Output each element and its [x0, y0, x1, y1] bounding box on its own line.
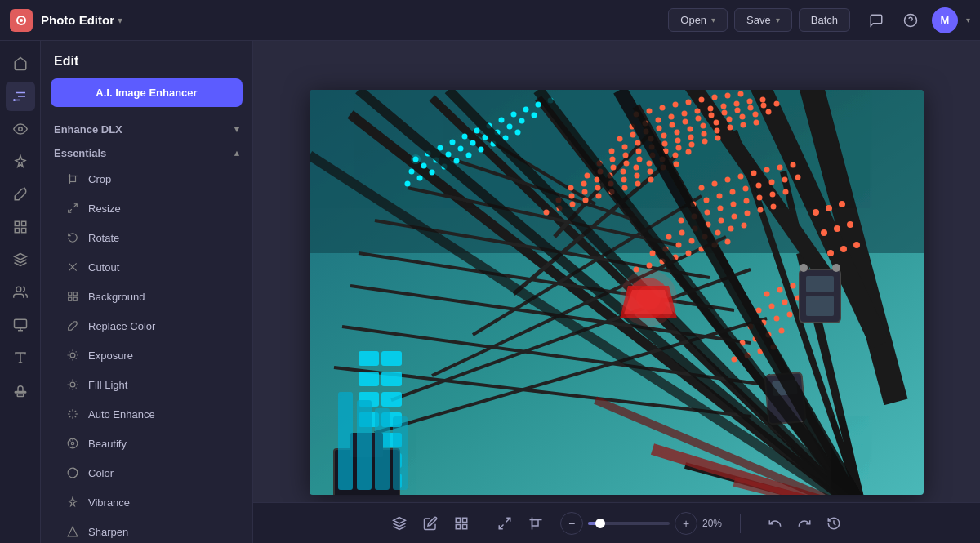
beautify-icon [65, 436, 80, 451]
svg-rect-27 [69, 292, 72, 296]
svg-point-169 [761, 102, 767, 108]
open-button[interactable]: Open ▾ [668, 8, 728, 32]
svg-line-56 [74, 411, 76, 412]
grid-toolbar-icon[interactable] [448, 510, 474, 536]
menu-item-color[interactable]: Color [46, 458, 247, 487]
svg-point-230 [570, 201, 576, 207]
crop-view-icon[interactable] [523, 510, 549, 536]
svg-point-114 [523, 106, 529, 112]
svg-point-187 [636, 148, 642, 154]
svg-point-120 [446, 151, 452, 157]
svg-point-166 [722, 109, 728, 115]
svg-point-324 [832, 264, 840, 272]
svg-point-158 [617, 136, 623, 141]
avatar[interactable]: M [932, 7, 958, 33]
ai-image-enhancer-button[interactable]: A.I. Image Enhancer [51, 78, 243, 107]
history-button[interactable] [821, 510, 847, 536]
svg-point-252 [782, 176, 788, 182]
svg-point-139 [647, 108, 653, 113]
svg-point-250 [756, 182, 762, 188]
svg-point-125 [507, 123, 513, 129]
svg-line-353 [499, 524, 503, 528]
svg-rect-344 [393, 416, 408, 490]
menu-item-rotate[interactable]: Rotate [46, 223, 247, 252]
save-chevron: ▾ [776, 16, 780, 24]
svg-point-7 [13, 99, 16, 101]
chat-button[interactable] [863, 7, 889, 33]
rail-view-icon[interactable] [6, 114, 35, 144]
svg-point-220 [582, 189, 588, 194]
rail-edit-icon[interactable] [6, 82, 35, 111]
svg-point-193 [715, 127, 720, 133]
svg-point-142 [686, 99, 692, 105]
svg-point-277 [715, 229, 721, 235]
menu-item-beautify[interactable]: Beautify [46, 429, 247, 458]
bottom-right-controls [762, 510, 847, 536]
edit-toolbar-icon[interactable] [417, 510, 443, 536]
redo-button[interactable] [791, 510, 817, 536]
title-chevron[interactable]: ▾ [118, 15, 122, 26]
rail-export-icon[interactable] [6, 310, 35, 340]
menu-item-fill-light[interactable]: Fill Light [46, 370, 247, 399]
rail-effects-icon[interactable] [6, 147, 35, 176]
svg-rect-96 [381, 372, 402, 386]
svg-point-274 [676, 242, 682, 247]
menu-item-exposure[interactable]: Exposure [46, 340, 247, 370]
enhance-dlx-section[interactable]: Enhance DLX ▾ [41, 117, 252, 140]
open-chevron: ▾ [711, 16, 715, 24]
svg-point-295 [782, 299, 788, 305]
svg-point-194 [728, 124, 733, 130]
cutout-icon [65, 260, 80, 274]
rail-people-icon[interactable] [6, 278, 35, 307]
layers-toolbar-icon[interactable] [386, 510, 412, 536]
svg-point-319 [853, 242, 860, 248]
icon-rail [0, 41, 41, 543]
menu-item-sharpen[interactable]: Sharpen [46, 517, 247, 543]
menu-item-auto-enhance[interactable]: Auto Enhance [46, 399, 247, 429]
zoom-slider[interactable] [588, 522, 670, 525]
app-title: Photo Editor [41, 13, 114, 27]
rail-stamp-icon[interactable] [6, 376, 35, 405]
rail-home-icon[interactable] [6, 49, 35, 78]
zoom-in-button[interactable]: + [675, 512, 697, 535]
svg-point-257 [718, 205, 724, 211]
rail-layers-icon[interactable] [6, 245, 35, 274]
menu-item-background[interactable]: Background [46, 282, 247, 311]
fit-view-icon[interactable] [492, 510, 518, 536]
menu-item-cutout[interactable]: Cutout [46, 252, 247, 282]
save-button[interactable]: Save ▾ [734, 8, 792, 32]
svg-point-242 [764, 167, 770, 172]
zoom-slider-thumb[interactable] [595, 519, 605, 528]
menu-item-replace-color[interactable]: Replace Color [46, 311, 247, 340]
menu-item-vibrance[interactable]: Vibrance [46, 487, 247, 517]
canvas-area[interactable]: /* dots generated below */ [253, 41, 980, 543]
menu-item-crop[interactable]: Crop [46, 164, 247, 194]
svg-point-189 [662, 140, 668, 146]
svg-point-141 [673, 101, 679, 107]
rail-layout-icon[interactable] [6, 212, 35, 242]
svg-point-122 [470, 140, 476, 145]
rail-brush-icon[interactable] [6, 180, 35, 209]
avatar-chevron[interactable]: ▾ [966, 16, 970, 24]
app-logo [10, 9, 33, 32]
svg-point-113 [511, 111, 517, 117]
batch-button[interactable]: Batch [799, 8, 850, 32]
svg-point-153 [708, 105, 714, 111]
svg-point-178 [701, 122, 706, 128]
essentials-section[interactable]: Essentials ▴ [41, 140, 252, 164]
svg-line-61 [69, 440, 71, 442]
svg-point-272 [650, 250, 656, 256]
svg-point-191 [688, 134, 694, 140]
svg-rect-10 [21, 221, 25, 225]
essentials-chevron: ▴ [234, 148, 239, 158]
undo-button[interactable] [762, 510, 788, 536]
svg-line-55 [69, 416, 71, 417]
svg-point-130 [430, 169, 435, 175]
rail-text-icon[interactable] [6, 343, 35, 372]
zoom-out-button[interactable]: − [560, 512, 583, 535]
svg-point-181 [740, 113, 746, 119]
menu-item-resize[interactable]: Resize [46, 194, 247, 223]
help-button[interactable] [898, 7, 924, 33]
svg-point-253 [795, 174, 801, 180]
crop-label: Crop [88, 173, 111, 185]
